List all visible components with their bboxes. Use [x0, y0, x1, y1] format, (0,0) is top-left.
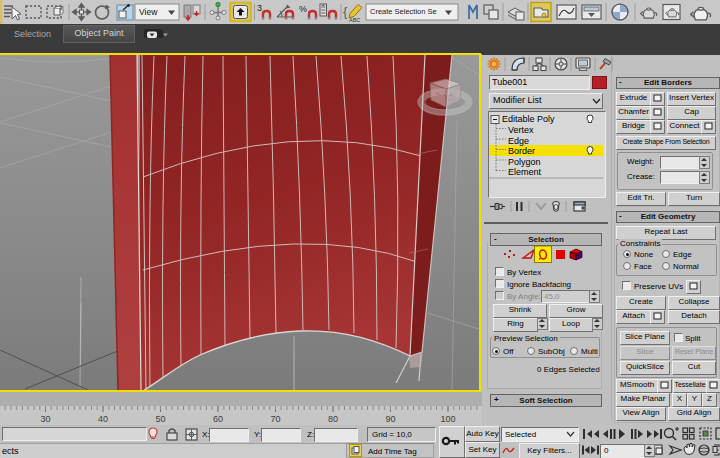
svg-text:3: 3	[257, 3, 262, 13]
svg-text:60: 60	[213, 414, 223, 424]
svg-text:90: 90	[385, 414, 395, 424]
svg-text:70: 70	[270, 414, 280, 424]
svg-text:100: 100	[440, 414, 455, 424]
svg-text:ABC: ABC	[349, 17, 360, 23]
svg-text:80: 80	[328, 414, 338, 424]
svg-text:View: View	[139, 7, 158, 17]
svg-text:{: {	[343, 4, 348, 19]
svg-text:%: %	[299, 4, 307, 14]
svg-text:50: 50	[155, 414, 165, 424]
svg-text:30: 30	[40, 414, 50, 424]
svg-text:40: 40	[98, 414, 108, 424]
svg-text:Create Selection Se: Create Selection Se	[370, 7, 437, 16]
